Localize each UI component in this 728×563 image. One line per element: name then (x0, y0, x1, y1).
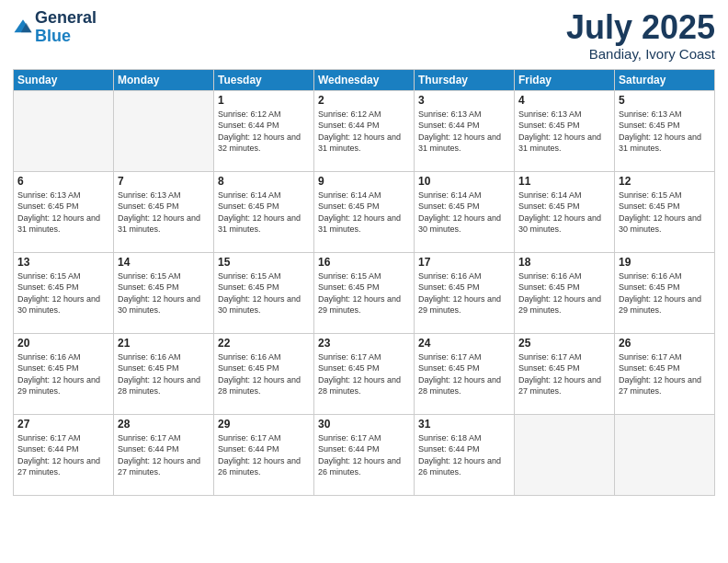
calendar-cell (515, 414, 615, 495)
calendar-table: SundayMondayTuesdayWednesdayThursdayFrid… (13, 69, 715, 496)
day-number: 13 (17, 256, 109, 269)
day-number: 28 (118, 418, 210, 431)
calendar-header-row: SundayMondayTuesdayWednesdayThursdayFrid… (14, 69, 715, 90)
calendar-cell: 26Sunrise: 6:17 AM Sunset: 6:45 PM Dayli… (615, 333, 715, 414)
day-info: Sunrise: 6:13 AM Sunset: 6:45 PM Dayligh… (118, 190, 210, 236)
day-info: Sunrise: 6:13 AM Sunset: 6:45 PM Dayligh… (518, 109, 610, 155)
day-number: 29 (218, 418, 310, 431)
day-number: 9 (318, 175, 410, 188)
day-number: 4 (518, 94, 610, 107)
day-info: Sunrise: 6:18 AM Sunset: 6:44 PM Dayligh… (418, 432, 510, 478)
calendar-cell: 2Sunrise: 6:12 AM Sunset: 6:44 PM Daylig… (314, 90, 415, 171)
day-info: Sunrise: 6:17 AM Sunset: 6:44 PM Dayligh… (218, 432, 310, 478)
calendar-cell: 3Sunrise: 6:13 AM Sunset: 6:44 PM Daylig… (415, 90, 515, 171)
calendar-cell (114, 90, 214, 171)
day-info: Sunrise: 6:15 AM Sunset: 6:45 PM Dayligh… (318, 270, 410, 316)
day-info: Sunrise: 6:16 AM Sunset: 6:45 PM Dayligh… (17, 351, 109, 397)
day-number: 27 (17, 418, 109, 431)
calendar-cell: 17Sunrise: 6:16 AM Sunset: 6:45 PM Dayli… (415, 252, 515, 333)
day-number: 31 (418, 418, 510, 431)
month-title: July 2025 (566, 9, 715, 46)
calendar-header-thursday: Thursday (415, 69, 515, 90)
logo-icon (13, 17, 33, 38)
day-info: Sunrise: 6:17 AM Sunset: 6:45 PM Dayligh… (318, 351, 410, 397)
calendar-week-row: 6Sunrise: 6:13 AM Sunset: 6:45 PM Daylig… (14, 171, 715, 252)
calendar-cell: 24Sunrise: 6:17 AM Sunset: 6:45 PM Dayli… (415, 333, 515, 414)
calendar-cell: 6Sunrise: 6:13 AM Sunset: 6:45 PM Daylig… (14, 171, 114, 252)
calendar-cell: 10Sunrise: 6:14 AM Sunset: 6:45 PM Dayli… (415, 171, 515, 252)
day-info: Sunrise: 6:15 AM Sunset: 6:45 PM Dayligh… (619, 190, 711, 236)
logo-blue-text: Blue (35, 27, 71, 45)
location-subtitle: Bandiay, Ivory Coast (566, 46, 715, 62)
day-info: Sunrise: 6:14 AM Sunset: 6:45 PM Dayligh… (318, 190, 410, 236)
title-block: July 2025 Bandiay, Ivory Coast (566, 9, 715, 62)
day-info: Sunrise: 6:15 AM Sunset: 6:45 PM Dayligh… (17, 270, 109, 316)
day-info: Sunrise: 6:16 AM Sunset: 6:45 PM Dayligh… (619, 270, 711, 316)
day-number: 3 (418, 94, 510, 107)
calendar-header-tuesday: Tuesday (214, 69, 314, 90)
day-number: 1 (218, 94, 310, 107)
calendar-cell: 19Sunrise: 6:16 AM Sunset: 6:45 PM Dayli… (615, 252, 715, 333)
day-info: Sunrise: 6:13 AM Sunset: 6:44 PM Dayligh… (418, 109, 510, 155)
day-number: 10 (418, 175, 510, 188)
day-number: 30 (318, 418, 410, 431)
day-number: 23 (318, 337, 410, 350)
day-info: Sunrise: 6:14 AM Sunset: 6:45 PM Dayligh… (218, 190, 310, 236)
day-number: 2 (318, 94, 410, 107)
day-info: Sunrise: 6:12 AM Sunset: 6:44 PM Dayligh… (318, 109, 410, 155)
calendar-header-monday: Monday (114, 69, 214, 90)
calendar-header-saturday: Saturday (615, 69, 715, 90)
calendar-cell: 27Sunrise: 6:17 AM Sunset: 6:44 PM Dayli… (14, 414, 114, 495)
calendar-cell: 12Sunrise: 6:15 AM Sunset: 6:45 PM Dayli… (615, 171, 715, 252)
day-info: Sunrise: 6:16 AM Sunset: 6:45 PM Dayligh… (418, 270, 510, 316)
day-number: 26 (619, 337, 711, 350)
calendar-cell: 1Sunrise: 6:12 AM Sunset: 6:44 PM Daylig… (214, 90, 314, 171)
calendar-cell: 14Sunrise: 6:15 AM Sunset: 6:45 PM Dayli… (114, 252, 214, 333)
calendar-cell (615, 414, 715, 495)
calendar-cell: 28Sunrise: 6:17 AM Sunset: 6:44 PM Dayli… (114, 414, 214, 495)
calendar-cell: 5Sunrise: 6:13 AM Sunset: 6:45 PM Daylig… (615, 90, 715, 171)
day-info: Sunrise: 6:12 AM Sunset: 6:44 PM Dayligh… (218, 109, 310, 155)
day-number: 6 (17, 175, 109, 188)
day-number: 11 (518, 175, 610, 188)
calendar-week-row: 27Sunrise: 6:17 AM Sunset: 6:44 PM Dayli… (14, 414, 715, 495)
calendar-cell: 23Sunrise: 6:17 AM Sunset: 6:45 PM Dayli… (314, 333, 415, 414)
calendar-cell: 20Sunrise: 6:16 AM Sunset: 6:45 PM Dayli… (14, 333, 114, 414)
day-info: Sunrise: 6:14 AM Sunset: 6:45 PM Dayligh… (518, 190, 610, 236)
calendar-cell: 16Sunrise: 6:15 AM Sunset: 6:45 PM Dayli… (314, 252, 415, 333)
day-info: Sunrise: 6:17 AM Sunset: 6:44 PM Dayligh… (318, 432, 410, 478)
day-info: Sunrise: 6:16 AM Sunset: 6:45 PM Dayligh… (518, 270, 610, 316)
calendar-cell: 8Sunrise: 6:14 AM Sunset: 6:45 PM Daylig… (214, 171, 314, 252)
day-number: 8 (218, 175, 310, 188)
calendar-cell: 21Sunrise: 6:16 AM Sunset: 6:45 PM Dayli… (114, 333, 214, 414)
day-info: Sunrise: 6:16 AM Sunset: 6:45 PM Dayligh… (118, 351, 210, 397)
day-info: Sunrise: 6:17 AM Sunset: 6:44 PM Dayligh… (118, 432, 210, 478)
calendar-cell: 13Sunrise: 6:15 AM Sunset: 6:45 PM Dayli… (14, 252, 114, 333)
calendar-cell: 7Sunrise: 6:13 AM Sunset: 6:45 PM Daylig… (114, 171, 214, 252)
day-number: 20 (17, 337, 109, 350)
calendar-cell: 30Sunrise: 6:17 AM Sunset: 6:44 PM Dayli… (314, 414, 415, 495)
calendar-header-friday: Friday (515, 69, 615, 90)
day-number: 19 (619, 256, 711, 269)
day-number: 12 (619, 175, 711, 188)
day-number: 17 (418, 256, 510, 269)
calendar-header-sunday: Sunday (14, 69, 114, 90)
calendar-cell: 18Sunrise: 6:16 AM Sunset: 6:45 PM Dayli… (515, 252, 615, 333)
day-number: 7 (118, 175, 210, 188)
day-number: 22 (218, 337, 310, 350)
calendar-week-row: 13Sunrise: 6:15 AM Sunset: 6:45 PM Dayli… (14, 252, 715, 333)
day-info: Sunrise: 6:17 AM Sunset: 6:45 PM Dayligh… (518, 351, 610, 397)
day-info: Sunrise: 6:15 AM Sunset: 6:45 PM Dayligh… (218, 270, 310, 316)
day-info: Sunrise: 6:13 AM Sunset: 6:45 PM Dayligh… (619, 109, 711, 155)
day-number: 21 (118, 337, 210, 350)
calendar-cell: 22Sunrise: 6:16 AM Sunset: 6:45 PM Dayli… (214, 333, 314, 414)
day-info: Sunrise: 6:17 AM Sunset: 6:45 PM Dayligh… (619, 351, 711, 397)
calendar-cell: 29Sunrise: 6:17 AM Sunset: 6:44 PM Dayli… (214, 414, 314, 495)
calendar-week-row: 1Sunrise: 6:12 AM Sunset: 6:44 PM Daylig… (14, 90, 715, 171)
calendar-cell: 11Sunrise: 6:14 AM Sunset: 6:45 PM Dayli… (515, 171, 615, 252)
logo-general-text: General (35, 8, 97, 27)
header: General Blue July 2025 Bandiay, Ivory Co… (13, 9, 715, 62)
calendar-cell (14, 90, 114, 171)
day-info: Sunrise: 6:17 AM Sunset: 6:45 PM Dayligh… (418, 351, 510, 397)
day-info: Sunrise: 6:17 AM Sunset: 6:44 PM Dayligh… (17, 432, 109, 478)
